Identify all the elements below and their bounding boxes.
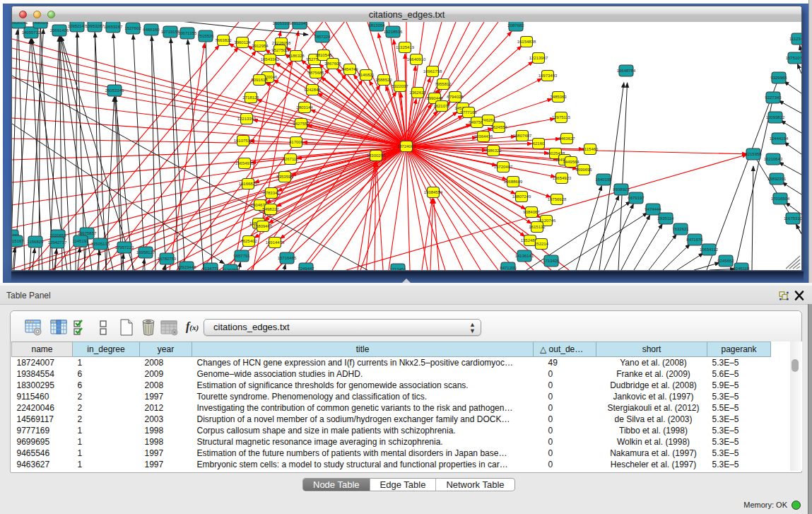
svg-text:5322037: 5322037 [392,84,408,88]
svg-text:7955812: 7955812 [435,82,452,86]
svg-text:10952147: 10952147 [68,24,87,28]
svg-text:9245652: 9245652 [717,259,734,263]
svg-text:1527602: 1527602 [124,26,141,30]
svg-text:9084067: 9084067 [523,210,540,214]
svg-text:9242848: 9242848 [304,88,321,92]
svg-text:8454749: 8454749 [341,67,358,71]
svg-text:10654112: 10654112 [700,247,719,252]
svg-text:7625402: 7625402 [240,239,257,243]
svg-text:7632621: 7632621 [672,227,689,231]
svg-text:9427552: 9427552 [293,122,310,126]
svg-text:1449564: 1449564 [563,160,579,164]
svg-text:10653267: 10653267 [104,25,123,29]
svg-text:10671355: 10671355 [178,31,197,35]
svg-text:1810546: 1810546 [315,53,332,57]
svg-text:13654923: 13654923 [553,176,572,180]
svg-text:8938923: 8938923 [613,187,630,192]
svg-text:8186328: 8186328 [288,54,305,58]
svg-text:9329965: 9329965 [770,76,787,80]
svg-text:18807249: 18807249 [512,194,531,199]
svg-text:1621072: 1621072 [433,104,450,108]
svg-text:8471209: 8471209 [500,266,517,270]
svg-text:7485063: 7485063 [550,95,567,99]
svg-text:19756928: 19756928 [548,197,567,201]
svg-text:16920151: 16920151 [12,22,28,25]
svg-text:2867608: 2867608 [324,62,341,66]
svg-text:17016504: 17016504 [771,197,790,201]
svg-text:15716485: 15716485 [278,256,297,260]
svg-text:10807487: 10807487 [513,134,532,138]
svg-text:7249447: 7249447 [298,267,314,270]
svg-text:9091618: 9091618 [251,78,268,82]
svg-text:8471676: 8471676 [686,238,703,242]
svg-text:12213967: 12213967 [529,56,548,60]
svg-text:1156829: 1156829 [28,240,45,244]
svg-text:16154838: 16154838 [517,40,536,44]
svg-text:8215958: 8215958 [745,152,762,156]
svg-text:10688609: 10688609 [504,180,523,184]
svg-text:9657791: 9657791 [233,254,250,258]
svg-text:16210643: 16210643 [764,157,783,161]
svg-text:3624554: 3624554 [490,125,507,129]
svg-text:12975115: 12975115 [552,115,571,119]
svg-text:15809466: 15809466 [254,224,273,228]
svg-text:252214: 252214 [534,242,549,246]
svg-text:1588520: 1588520 [375,78,392,82]
svg-text:16107533: 16107533 [234,139,253,143]
svg-text:10961758: 10961758 [423,69,442,74]
svg-text:16958127: 16958127 [136,250,155,255]
svg-text:7857224: 7857224 [314,35,331,39]
svg-text:14055712: 14055712 [22,30,41,35]
svg-text:9134771: 9134771 [202,267,219,270]
svg-text:8783342: 8783342 [263,191,280,195]
svg-text:1615132: 1615132 [529,225,546,229]
svg-text:16648784: 16648784 [617,69,636,73]
svg-text:6679197: 6679197 [628,196,645,200]
svg-text:19218506: 19218506 [384,30,403,34]
svg-text:9527500: 9527500 [271,48,288,52]
svg-text:16640910: 16640910 [407,57,426,62]
svg-text:10543362: 10543362 [261,57,280,62]
svg-text:9777169: 9777169 [460,110,477,115]
svg-text:1640195: 1640195 [595,177,612,182]
svg-text:3915167: 3915167 [12,239,24,243]
svg-text:20364436: 20364436 [474,134,493,139]
svg-text:5875685: 5875685 [307,71,324,75]
svg-text:26053346: 26053346 [105,88,124,93]
svg-text:14136141: 14136141 [515,254,534,258]
svg-text:1145193: 1145193 [73,239,90,243]
svg-text:2087682: 2087682 [507,23,524,28]
svg-text:16914479: 16914479 [266,240,285,245]
svg-text:7663822: 7663822 [215,38,232,42]
svg-text:11123456: 11123456 [789,37,801,41]
svg-text:6466160: 6466160 [143,28,160,32]
svg-text:9699695: 9699695 [575,168,592,172]
svg-text:12505135: 12505135 [91,242,110,246]
svg-text:746266: 746266 [481,118,496,122]
svg-text:62160: 62160 [533,141,545,146]
svg-text:3267110: 3267110 [283,157,300,161]
svg-text:19384554: 19384554 [424,190,443,194]
svg-text:417006: 417006 [289,140,304,144]
svg-text:11325419: 11325419 [396,45,415,49]
svg-text:16782759: 16782759 [158,257,177,261]
svg-text:17957223: 17957223 [115,245,134,250]
svg-text:15720407: 15720407 [494,165,513,169]
svg-text:12923448: 12923448 [177,265,196,269]
svg-text:8813054: 8813054 [368,23,385,28]
svg-text:7986322: 7986322 [485,148,502,153]
svg-text:18300295: 18300295 [367,153,386,158]
svg-text:15892391: 15892391 [767,177,787,181]
svg-text:8120397: 8120397 [222,268,239,270]
svg-text:7890021: 7890021 [32,22,49,25]
svg-text:19654935: 19654935 [235,161,254,165]
svg-text:11675310: 11675310 [784,216,801,221]
svg-text:5498222: 5498222 [262,207,279,211]
svg-text:18724007: 18724007 [397,144,416,148]
svg-text:3960124: 3960124 [234,40,251,45]
svg-text:19166825: 19166825 [239,182,258,186]
svg-text:9115460: 9115460 [582,147,599,151]
svg-text:12093822: 12093822 [766,115,785,119]
svg-text:12444194: 12444194 [770,136,789,141]
svg-text:5353594: 5353594 [276,175,293,179]
